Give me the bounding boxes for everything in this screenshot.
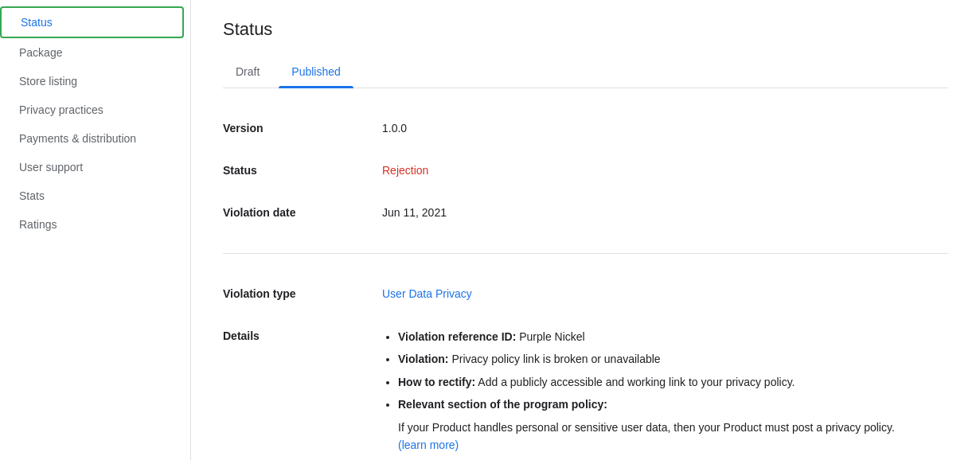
main-content: Status Draft Published Version 1.0.0 Sta… [191,0,980,460]
violation-type-label: Violation type [223,286,382,300]
version-row: Version 1.0.0 [223,107,948,150]
violation-section: Violation type User Data Privacy Details… [223,254,948,460]
detail-prefix-4: Relevant section of the program policy: [398,398,607,411]
detail-prefix-3: How to rectify: [398,376,475,388]
details-extra-text: If your Product handles personal or sens… [398,421,895,434]
detail-text-3: Add a publicly accessible and working li… [475,376,795,388]
details-row: Details Violation reference ID: Purple N… [223,315,948,460]
violation-type-value[interactable]: User Data Privacy [382,286,948,302]
detail-item-2: Violation: Privacy policy link is broken… [398,350,948,368]
tabs-bar: Draft Published [223,56,948,88]
detail-prefix-2: Violation: [398,353,449,365]
details-extra: If your Product handles personal or sens… [382,419,948,454]
detail-text-1: Purple Nickel [516,330,584,343]
detail-text-2: Privacy policy link is broken or unavail… [449,353,661,365]
tab-published[interactable]: Published [279,56,353,88]
sidebar-item-privacy-practices[interactable]: Privacy practices [0,96,184,124]
detail-item-4: Relevant section of the program policy: [398,396,948,413]
sidebar-item-stats[interactable]: Stats [0,181,184,210]
detail-item-3: How to rectify: Add a publicly accessibl… [398,373,948,391]
learn-more-link[interactable]: (learn more) [398,439,459,451]
sidebar-item-user-support[interactable]: User support [0,153,184,181]
status-row: Status Rejection [223,150,948,192]
sidebar: Status Package Store listing Privacy pra… [0,0,191,460]
sidebar-item-package[interactable]: Package [0,38,184,67]
violation-type-row: Violation type User Data Privacy [223,273,948,315]
violation-date-value: Jun 11, 2021 [382,205,948,221]
sidebar-item-payments-distribution[interactable]: Payments & distribution [0,124,184,153]
sidebar-item-store-listing[interactable]: Store listing [0,67,184,96]
version-value: 1.0.0 [382,120,948,137]
violation-date-label: Violation date [223,205,382,219]
version-label: Version [223,120,382,134]
version-section: Version 1.0.0 Status Rejection Violation… [223,88,948,254]
details-value: Violation reference ID: Purple Nickel Vi… [382,328,948,454]
sidebar-item-status[interactable]: Status [0,6,184,38]
detail-prefix-1: Violation reference ID: [398,330,516,343]
details-list: Violation reference ID: Purple Nickel Vi… [382,328,948,414]
detail-item-1: Violation reference ID: Purple Nickel [398,328,948,345]
page-title: Status [223,19,948,40]
status-value: Rejection [382,162,948,179]
violation-date-row: Violation date Jun 11, 2021 [223,192,948,234]
details-label: Details [223,328,382,342]
status-label: Status [223,162,382,177]
tab-draft[interactable]: Draft [223,56,272,88]
sidebar-item-ratings[interactable]: Ratings [0,210,184,239]
